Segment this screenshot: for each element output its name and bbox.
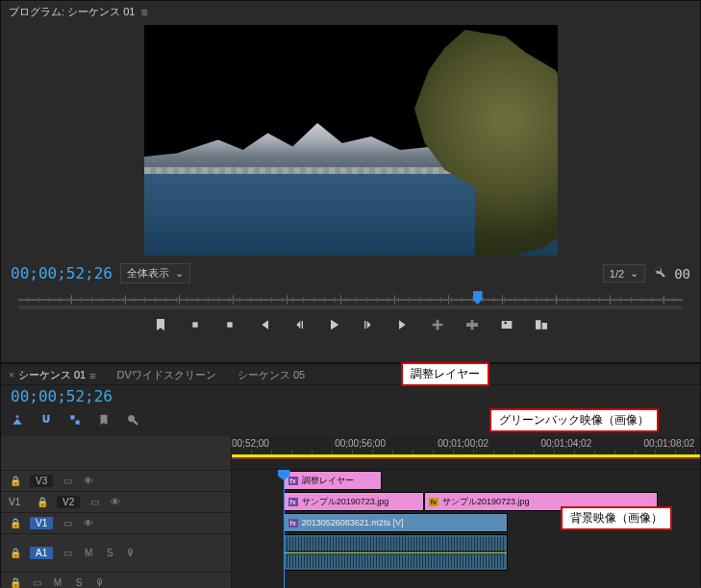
step-back-button[interactable] <box>290 316 308 333</box>
solo-button[interactable]: S <box>103 547 116 560</box>
work-area-bar[interactable] <box>232 454 700 457</box>
fx-badge-icon: fx <box>288 498 298 506</box>
track-header-v1[interactable]: 🔒 V1 ▭ 👁 <box>1 512 231 533</box>
ruler-tick: 00;01;08;02 <box>644 438 695 449</box>
export-frame-button[interactable] <box>498 316 515 333</box>
eye-icon[interactable]: 👁 <box>82 475 95 488</box>
chevron-down-icon: ⌄ <box>630 267 638 280</box>
clip-label: サンプル20190723.jpg <box>302 496 389 508</box>
fit-dropdown[interactable]: 全体表示 ⌄ <box>120 263 190 283</box>
scale-dropdown[interactable]: 1/2 ⌄ <box>603 264 645 282</box>
lift-button[interactable] <box>429 316 446 333</box>
program-title: プログラム: シーケンス 01 <box>9 5 135 19</box>
goto-out-button[interactable] <box>394 316 412 333</box>
eye-icon[interactable]: 👁 <box>109 496 122 509</box>
timeline-tabs: × シーケンス 01 ≡ DVワイドスクリーン シーケンス 05 <box>1 364 700 385</box>
ruler-tick: 00;01;04;02 <box>540 438 591 449</box>
tab-sequence-05[interactable]: シーケンス 05 <box>238 368 305 382</box>
mic-icon[interactable]: 🎙 <box>124 547 138 560</box>
lock-icon[interactable]: 🔒 <box>9 517 22 530</box>
timeline-panel: × シーケンス 01 ≡ DVワイドスクリーン シーケンス 05 00;00;5… <box>0 363 701 586</box>
fx-badge-icon: fx <box>288 477 298 485</box>
extract-button[interactable] <box>463 316 481 333</box>
annotation-adjustment-layer: 調整レイヤー <box>401 362 489 386</box>
panel-menu-icon[interactable]: ≡ <box>140 6 147 19</box>
tab-sequence-01[interactable]: × シーケンス 01 ≡ <box>9 368 96 382</box>
sync-lock-icon[interactable]: ▭ <box>61 517 74 530</box>
linked-selection-icon[interactable] <box>68 413 82 430</box>
mark-in-button[interactable] <box>187 316 204 333</box>
track-header-v2[interactable]: V1 🔒 V2 ▭ 👁 <box>1 491 231 512</box>
scale-label: 1/2 <box>610 268 624 280</box>
program-right-tc: 00 <box>674 266 690 282</box>
timeline-playhead[interactable] <box>284 470 285 588</box>
annotation-bg: 背景映像（画像） <box>561 506 672 530</box>
play-button[interactable] <box>325 316 342 333</box>
nest-icon[interactable] <box>11 413 24 430</box>
sync-lock-icon[interactable]: ▭ <box>88 496 101 509</box>
annotation-greenback: グリーンバック映像（画像） <box>489 408 659 432</box>
comparison-button[interactable] <box>533 316 550 333</box>
wrench-icon[interactable] <box>653 265 666 282</box>
mic-icon[interactable]: 🎙 <box>93 576 107 589</box>
sync-lock-icon[interactable]: ▭ <box>61 475 74 488</box>
settings-icon[interactable] <box>126 413 139 430</box>
eye-icon[interactable]: 👁 <box>82 517 95 530</box>
track-label[interactable]: V3 <box>30 475 53 487</box>
mark-out-button[interactable] <box>221 316 238 333</box>
lock-icon[interactable]: 🔒 <box>36 496 49 509</box>
tab-label: DVワイドスクリーン <box>117 368 216 382</box>
close-icon[interactable]: × <box>9 370 14 380</box>
sync-lock-icon[interactable]: ▭ <box>61 547 74 560</box>
sync-lock-icon[interactable]: ▭ <box>30 576 43 589</box>
add-marker-button[interactable] <box>152 316 169 333</box>
panel-menu-icon[interactable]: ≡ <box>89 370 95 381</box>
tab-dv-wide[interactable]: DVワイドスクリーン <box>117 368 216 382</box>
step-fwd-button[interactable] <box>360 316 377 333</box>
clip-bg-video[interactable]: fx 20130526083621.m2ts [V] <box>284 513 509 532</box>
clip-label: サンプル20190723.jpg <box>442 496 530 508</box>
marker-tool-icon[interactable] <box>97 413 111 430</box>
transport-bar <box>1 310 700 341</box>
solo-button[interactable]: S <box>72 576 86 589</box>
clip-label: 20130526083621.m2ts [V] <box>302 518 404 527</box>
chevron-down-icon: ⌄ <box>175 267 184 280</box>
program-monitor-panel: プログラム: シーケンス 01 ≡ 00;00;52;26 全体表示 ⌄ 1/2… <box>0 0 701 363</box>
ruler-tick: 00;01;00;02 <box>438 438 488 449</box>
program-timecode[interactable]: 00;00;52;26 <box>11 264 113 282</box>
fx-badge-icon: fx <box>429 498 438 506</box>
timeline-timecode[interactable]: 00;00;52;26 <box>11 387 113 405</box>
track-label[interactable]: V1 <box>30 517 53 529</box>
lock-icon[interactable]: 🔒 <box>9 576 22 589</box>
track-header-a1[interactable]: 🔒 A1 ▭ M S 🎙 <box>1 533 231 572</box>
snap-icon[interactable] <box>39 413 53 430</box>
ruler-tick: 00;52;00 <box>232 438 269 449</box>
tab-label: シーケンス 01 <box>18 368 86 382</box>
track-label[interactable]: A1 <box>30 547 53 559</box>
program-scrub[interactable] <box>1 289 700 310</box>
program-header: プログラム: シーケンス 01 ≡ <box>1 1 700 23</box>
tab-label: シーケンス 05 <box>238 368 305 382</box>
track-header-v3[interactable]: 🔒 V3 ▭ 👁 <box>1 470 231 491</box>
program-viewer[interactable] <box>144 25 558 256</box>
track-headers: 🔒 V3 ▭ 👁 V1 🔒 V2 ▭ 👁 🔒 V1 ▭ 👁 🔒 <box>1 436 232 588</box>
goto-in-button[interactable] <box>256 316 273 333</box>
fx-badge-icon: fx <box>288 519 298 527</box>
lock-icon[interactable]: 🔒 <box>9 475 22 488</box>
mute-button[interactable]: M <box>51 576 64 589</box>
clip-audio[interactable] <box>284 534 509 571</box>
track-header-a2[interactable]: 🔒 ▭ M S 🎙 <box>1 572 231 588</box>
time-ruler[interactable]: 00;52;00 00;00;56;00 00;01;00;02 00;01;0… <box>232 436 700 470</box>
ruler-tick: 00;00;56;00 <box>335 438 386 449</box>
clip-label: 調整レイヤー <box>302 475 354 487</box>
fit-label: 全体表示 <box>127 266 169 281</box>
track-label[interactable]: V2 <box>57 496 80 508</box>
clip-adjustment-layer[interactable]: fx 調整レイヤー <box>284 471 382 490</box>
clip-sample-1[interactable]: fx サンプル20190723.jpg <box>284 492 424 511</box>
source-v1-label[interactable]: V1 <box>9 497 20 507</box>
waveform-icon <box>287 537 506 568</box>
mute-button[interactable]: M <box>82 547 95 560</box>
lock-icon[interactable]: 🔒 <box>9 547 22 560</box>
